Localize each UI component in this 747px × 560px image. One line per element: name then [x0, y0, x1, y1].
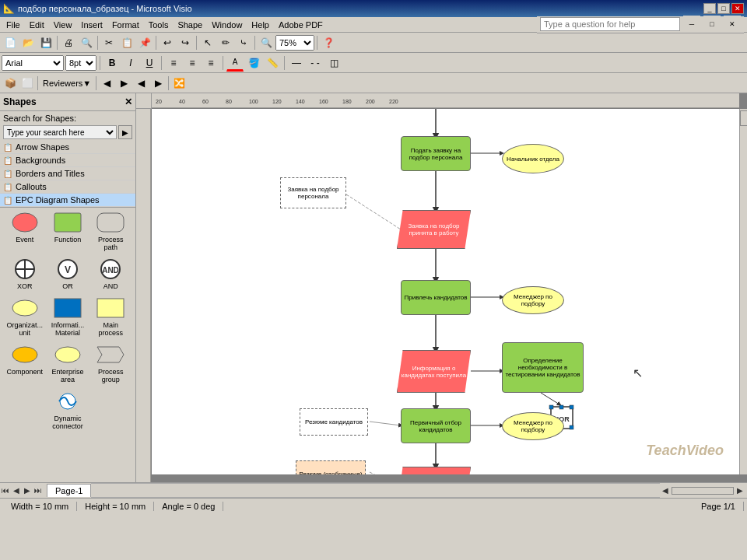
print-button[interactable]: 🖨: [60, 34, 77, 51]
page-canvas[interactable]: Подать заявку на подбор персонала Началь…: [152, 109, 739, 474]
shape-xor[interactable]: XOR: [5, 257, 44, 290]
maximize-button[interactable]: □: [717, 3, 730, 14]
minimize-button[interactable]: _: [703, 3, 716, 14]
redo-button[interactable]: ↪: [177, 34, 194, 51]
open-button[interactable]: 📂: [19, 34, 37, 51]
close-button[interactable]: ✕: [731, 3, 744, 14]
helpbar: ─ □ ✕: [537, 16, 744, 33]
align-left[interactable]: ≡: [165, 54, 182, 72]
menu-shape[interactable]: Shape: [173, 19, 207, 31]
stencil-btn[interactable]: 📦: [2, 75, 19, 92]
help-restore[interactable]: □: [703, 16, 721, 33]
nav-prev[interactable]: ◀: [98, 75, 115, 92]
category-borders[interactable]: 📋 Borders and Titles: [0, 167, 135, 180]
tab-next-button[interactable]: ▶: [22, 485, 33, 496]
nav-next2[interactable]: ▶: [149, 75, 167, 92]
help-btn2[interactable]: ❓: [320, 34, 337, 51]
menu-window[interactable]: Window: [207, 19, 247, 31]
new-button[interactable]: 📄: [2, 34, 19, 51]
help-input[interactable]: [540, 17, 680, 31]
menu-adobepdf[interactable]: Adobe PDF: [274, 19, 328, 31]
line-dash[interactable]: - -: [307, 54, 324, 72]
zoom-in-button[interactable]: 🔍: [258, 34, 275, 51]
shape-processpath[interactable]: Process path: [91, 211, 130, 251]
node-manager-1[interactable]: Менеджер по подбору: [502, 286, 564, 314]
node-request-accepted[interactable]: Заявка на подбор принята в работу: [397, 210, 471, 249]
node-resumes-note[interactable]: Резюме кандидатов: [300, 408, 368, 436]
copy-button[interactable]: 📋: [118, 34, 135, 51]
nav-next[interactable]: ▶: [115, 75, 132, 92]
hscroll-right[interactable]: ▶: [735, 485, 745, 496]
zoom-select[interactable]: 75% 100% 50%: [275, 35, 314, 51]
shape-event[interactable]: Event: [5, 211, 44, 251]
shapes-close-button[interactable]: ✕: [124, 96, 132, 107]
shadow[interactable]: ◫: [325, 54, 342, 72]
node-selected-resumes[interactable]: Резюме (отобранные): [296, 460, 366, 474]
menu-help[interactable]: Help: [247, 19, 274, 31]
fill-color[interactable]: 🪣: [245, 54, 262, 72]
shape-mainprocess[interactable]: Main process: [91, 296, 130, 337]
menu-tools[interactable]: Tools: [144, 19, 174, 31]
page-tab-1[interactable]: Page-1: [47, 484, 91, 497]
align-right[interactable]: ≡: [202, 54, 219, 72]
node-determine-testing[interactable]: Определение необходимости в тестировании…: [502, 342, 584, 393]
pointer-button[interactable]: ↖: [199, 34, 216, 51]
vertical-scrollbar[interactable]: [739, 109, 747, 474]
node-head-dept-top[interactable]: Начальник отдела: [502, 144, 564, 173]
node-candidates-selected[interactable]: Кандидатуры к рассмотрению отобраны: [397, 467, 471, 474]
menu-view[interactable]: View: [49, 19, 77, 31]
save-button[interactable]: 💾: [37, 34, 54, 51]
fontsize-select[interactable]: 8pt 10pt 12pt: [65, 55, 96, 71]
node-request-note[interactable]: Заявка на подбор персонала: [280, 177, 346, 208]
hscroll-left[interactable]: ◀: [660, 485, 671, 496]
bold-button[interactable]: B: [103, 54, 121, 72]
font-select[interactable]: Arial: [2, 55, 64, 71]
menu-file[interactable]: File: [2, 19, 25, 31]
preview-button[interactable]: 🔍: [78, 34, 95, 51]
shape-or[interactable]: V OR: [48, 257, 87, 290]
category-backgrounds[interactable]: 📋 Backgrounds: [0, 154, 135, 167]
category-arrow-shapes[interactable]: 📋 Arrow Shapes: [0, 141, 135, 154]
italic-button[interactable]: I: [122, 54, 139, 72]
category-callouts[interactable]: 📋 Callouts: [0, 180, 135, 194]
tabbar: ⏮ ◀ ▶ ⏭ Page-1 ◀ ▶: [0, 482, 747, 498]
font-color[interactable]: A: [226, 54, 244, 72]
tab-prev-button[interactable]: ◀: [11, 485, 22, 496]
menu-format[interactable]: Format: [107, 19, 144, 31]
shape-infomaterial[interactable]: Informati... Material: [48, 296, 87, 337]
nav-prev2[interactable]: ◀: [132, 75, 149, 92]
pencil-button[interactable]: ✏: [217, 34, 234, 51]
help-minimize[interactable]: ─: [683, 16, 700, 33]
shape-component[interactable]: Component: [5, 343, 44, 383]
line-color[interactable]: 📏: [264, 54, 281, 72]
node-submit-request[interactable]: Подать заявку на подбор персонала: [401, 136, 471, 171]
connector-button[interactable]: ⤷: [235, 34, 252, 51]
line-weight[interactable]: —: [288, 54, 305, 72]
move-btn[interactable]: 🔀: [170, 75, 188, 92]
menu-insert[interactable]: Insert: [76, 19, 107, 31]
help-close[interactable]: ✕: [724, 16, 741, 33]
category-epc[interactable]: 📋 EPC Diagram Shapes: [0, 194, 135, 207]
shape-orgunit[interactable]: Organizat... unit: [5, 296, 44, 337]
align-center[interactable]: ≡: [184, 54, 201, 72]
tab-first-button[interactable]: ⏮: [0, 485, 11, 496]
cut-button[interactable]: ✂: [100, 34, 117, 51]
node-attract-candidates[interactable]: Привлечь кандидатов: [401, 280, 471, 315]
shape-function[interactable]: Function: [48, 211, 87, 251]
paste-button[interactable]: 📌: [136, 34, 153, 51]
canvas-area[interactable]: 20 40 60 80 100 120 140 160 180 200 220: [136, 93, 747, 482]
menu-edit[interactable]: Edit: [25, 19, 49, 31]
search-button[interactable]: ▶: [118, 125, 132, 139]
node-candidates-info[interactable]: Информация о кандидатах поступила: [397, 350, 471, 393]
underline-button[interactable]: U: [141, 54, 158, 72]
node-primary-selection[interactable]: Первичный отбор кандидатов: [401, 408, 471, 443]
shape-dynamicconnector[interactable]: Dynamic connector: [48, 390, 87, 430]
undo-button[interactable]: ↩: [159, 34, 176, 51]
search-input[interactable]: Type your search here: [3, 125, 117, 139]
tab-last-button[interactable]: ⏭: [33, 485, 44, 496]
shape-enterprisearea[interactable]: Enterprise area: [48, 343, 87, 383]
shape-and[interactable]: AND AND: [91, 257, 130, 290]
node-manager-2[interactable]: Менеджер по подбору: [502, 412, 564, 440]
shape-processgroup[interactable]: Process group: [91, 343, 130, 383]
stencil-btn2[interactable]: ⬜: [19, 75, 36, 92]
